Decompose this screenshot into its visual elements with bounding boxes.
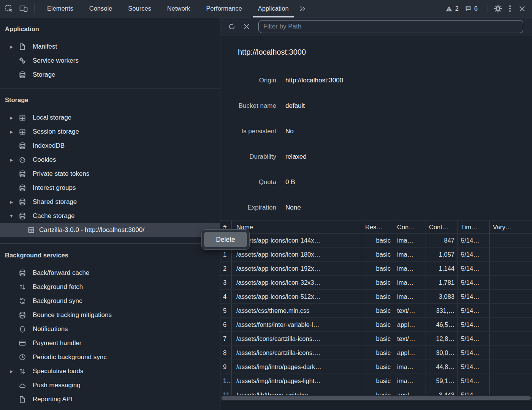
expander-collapsed-icon[interactable]: ▶ [8, 369, 14, 374]
column-header-time-cached[interactable]: Tim… [458, 221, 490, 233]
expander-collapsed-icon[interactable]: ▶ [8, 115, 14, 120]
expander-collapsed-icon[interactable]: ▶ [8, 200, 14, 204]
database-icon [19, 212, 26, 220]
toolbar-right-group: 2 6 [445, 3, 532, 15]
database-icon [19, 142, 26, 150]
sidebar-item-cache-storage[interactable]: ▼ Cache storage [0, 209, 220, 223]
sidebar-section-application: Application ▶ Manifest Service workers S… [0, 17, 220, 88]
bucket-details: Origin http://localhost:3000 Bucket name… [220, 68, 532, 221]
scrollbar-thumb[interactable] [222, 396, 531, 400]
table-row[interactable]: 8/assets/icons/cartzilla-icons.…basicapp… [220, 346, 532, 360]
sidebar-item-notifications[interactable]: Notifications [0, 322, 220, 336]
expander-collapsed-icon[interactable]: ▶ [8, 44, 14, 49]
sidebar-item-manifest[interactable]: ▶ Manifest [0, 39, 220, 54]
section-title: Background services [0, 250, 220, 260]
tab-elements[interactable]: Elements [39, 0, 81, 17]
devtools-toolbar: Elements Console Sources Network Perform… [0, 0, 532, 17]
up-down-arrows-icon [19, 283, 26, 291]
refresh-icon[interactable] [227, 22, 237, 32]
column-header-response-type[interactable]: Res… [362, 221, 394, 233]
table-row[interactable]: 0/assets/app-icons/icon-144x…basicima…84… [220, 233, 532, 248]
horizontal-scrollbar[interactable] [220, 395, 532, 401]
sidebar-item-shared-storage[interactable]: ▶ Shared storage [0, 195, 220, 209]
sidebar-item-interest-groups[interactable]: Interest groups [0, 181, 220, 195]
column-header-vary[interactable]: Vary… [490, 221, 532, 233]
sync-icon [19, 297, 26, 305]
cookie-icon [19, 156, 26, 164]
preview-pane [220, 401, 532, 410]
tab-network[interactable]: Network [159, 0, 198, 17]
application-sidebar: Application ▶ Manifest Service workers S… [0, 17, 220, 410]
column-header-content-length[interactable]: Cont… [426, 221, 458, 233]
sidebar-item-cookies[interactable]: ▶ Cookies [0, 153, 220, 167]
sidebar-item-background-sync[interactable]: Background sync [0, 294, 220, 308]
table-row[interactable]: 9/assets/img/intro/pages-dark…basicima…4… [220, 360, 532, 374]
detail-row-durability: Durability relaxed [220, 149, 532, 175]
datagrid-icon [19, 128, 26, 136]
sidebar-item-payment-handler[interactable]: Payment handler [0, 336, 220, 350]
table-row[interactable]: 7/assets/icons/cartzilla-icons.…basictex… [220, 332, 532, 346]
tab-console[interactable]: Console [81, 0, 120, 17]
kebab-menu-icon[interactable] [504, 3, 516, 15]
table-row[interactable]: 1/assets/app-icons/icon-180x…basicima…1,… [220, 248, 532, 262]
more-tabs-icon[interactable] [297, 3, 309, 15]
table-row[interactable]: 6/assets/fonts/inter-variable-l…basicapp… [220, 318, 532, 332]
sidebar-item-session-storage[interactable]: ▶ Session storage [0, 125, 220, 139]
bell-icon [19, 325, 26, 333]
console-messages-counter[interactable]: 6 [465, 5, 478, 12]
sidebar-item-local-storage[interactable]: ▶ Local storage [0, 110, 220, 125]
table-row[interactable]: 1…/assets/img/intro/pages-light…basicima… [220, 374, 532, 388]
panel-tabs: Elements Console Sources Network Perform… [39, 0, 297, 17]
device-toolbar-icon[interactable] [17, 3, 30, 15]
table-row[interactable]: 3/assets/app-icons/icon-32x3…basicima…1,… [220, 276, 532, 290]
clock-icon [19, 353, 26, 361]
detail-row-bucket-name: Bucket name default [220, 98, 532, 124]
sidebar-item-speculative-loads[interactable]: ▶ Speculative loads [0, 364, 220, 378]
database-icon [19, 184, 26, 192]
sidebar-item-private-state-tokens[interactable]: Private state tokens [0, 167, 220, 181]
expander-collapsed-icon[interactable]: ▶ [8, 129, 14, 134]
datagrid-icon [27, 226, 35, 234]
database-icon [19, 311, 26, 319]
sidebar-item-indexeddb[interactable]: IndexedDB [0, 139, 220, 153]
expander-collapsed-icon[interactable]: ▶ [8, 158, 14, 162]
cloud-icon [19, 382, 26, 389]
tab-application[interactable]: Application [250, 0, 297, 17]
table-row[interactable]: 2/assets/app-icons/icon-192x…basicima…1,… [220, 262, 532, 276]
sidebar-item-cache-cartzilla[interactable]: Cartzilla-3.0.0 - http://localhost:3000/ [0, 223, 220, 237]
cache-entries-table: # Name Res… Con… Cont… Tim… Vary… 0/asse… [220, 221, 532, 395]
clear-icon[interactable] [242, 22, 252, 32]
sidebar-section-storage: Storage ▶ Local storage ▶ Session storag… [0, 88, 220, 244]
sidebar-item-back-forward-cache[interactable]: Back/forward cache [0, 266, 220, 280]
table-row[interactable]: 4/assets/app-icons/icon-512x…basicima…3,… [220, 290, 532, 304]
tab-sources[interactable]: Sources [120, 0, 159, 17]
database-icon [19, 269, 26, 277]
column-header-content-type[interactable]: Con… [394, 221, 426, 233]
tab-performance[interactable]: Performance [198, 0, 250, 17]
filter-by-path-input[interactable] [258, 20, 523, 33]
credit-card-icon [19, 339, 26, 347]
database-icon [19, 71, 26, 79]
sidebar-item-storage[interactable]: Storage [0, 68, 220, 82]
sidebar-item-service-workers[interactable]: Service workers [0, 54, 220, 68]
sidebar-item-bounce-tracking-mitigations[interactable]: Bounce tracking mitigations [0, 308, 220, 322]
warning-count: 2 [455, 5, 459, 12]
expander-expanded-icon[interactable]: ▼ [8, 214, 14, 218]
sidebar-item-periodic-background-sync[interactable]: Periodic background sync [0, 350, 220, 364]
settings-gear-icon[interactable] [492, 3, 504, 15]
column-header-name[interactable]: Name [232, 221, 362, 233]
sidebar-item-background-fetch[interactable]: Background fetch [0, 280, 220, 294]
table-row[interactable]: 5/assets/css/theme.min.cssbasictext/…331… [220, 304, 532, 318]
delete-menu-item[interactable]: Delete [204, 232, 247, 247]
sidebar-item-push-messaging[interactable]: Push messaging [0, 378, 220, 392]
cache-panel-toolbar [220, 17, 532, 36]
warnings-counter[interactable]: 2 [445, 5, 459, 12]
sidebar-item-reporting-api[interactable]: Reporting API [0, 392, 220, 406]
up-down-arrows-icon [19, 367, 26, 375]
close-icon[interactable] [516, 3, 528, 15]
detail-row-origin: Origin http://localhost:3000 [220, 73, 532, 98]
table-row-partial[interactable]: 11/assets/lib/theme-switcher…basicappl…3… [220, 388, 532, 395]
detail-row-quota: Quota 0 B [220, 175, 532, 200]
context-menu: Delete [201, 229, 250, 250]
inspect-element-icon[interactable] [3, 3, 15, 15]
